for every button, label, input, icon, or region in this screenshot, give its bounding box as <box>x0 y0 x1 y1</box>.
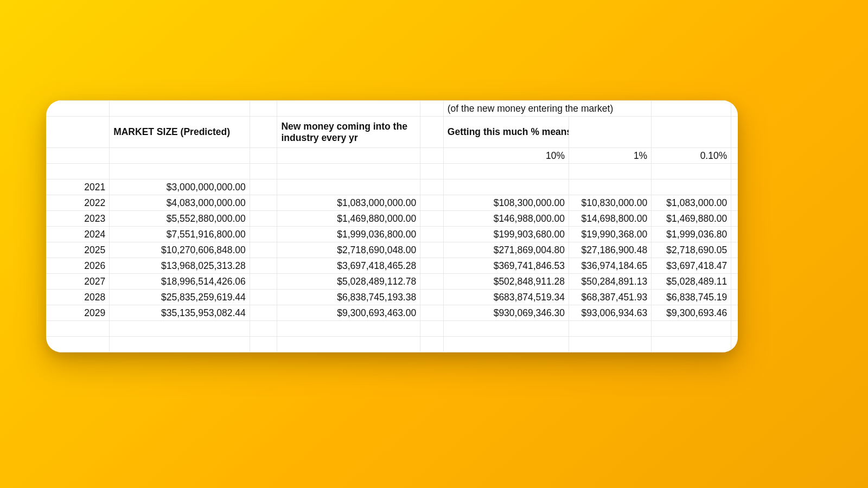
cell[interactable] <box>110 101 250 117</box>
cell[interactable] <box>277 101 420 117</box>
cell[interactable] <box>420 274 444 290</box>
cell[interactable] <box>731 242 738 258</box>
cell[interactable] <box>250 117 277 148</box>
cell-market-size[interactable]: $7,551,916,800.00 <box>110 227 250 242</box>
cell[interactable] <box>46 117 110 148</box>
header-pct-1[interactable]: 1% <box>569 148 652 164</box>
cell[interactable] <box>420 321 444 337</box>
cell-market-size[interactable]: $13,968,025,313.28 <box>110 258 250 274</box>
cell-year[interactable]: 2024 <box>46 227 110 242</box>
cell[interactable] <box>420 101 444 117</box>
cell-pct1[interactable]: $50,284,891.13 <box>569 274 652 290</box>
cell[interactable] <box>731 227 738 242</box>
cell-pct10[interactable]: $502,848,911.28 <box>443 274 569 290</box>
cell-pct10[interactable]: $146,988,000.00 <box>443 211 569 227</box>
cell-year[interactable]: 2021 <box>46 179 110 195</box>
cell-pct10[interactable] <box>443 179 569 195</box>
cell[interactable] <box>420 179 444 195</box>
cell[interactable] <box>250 305 277 321</box>
cell-market-size[interactable]: $5,552,880,000.00 <box>110 211 250 227</box>
cell[interactable] <box>420 242 444 258</box>
cell[interactable] <box>277 148 420 164</box>
cell[interactable] <box>250 179 277 195</box>
cell-pct1[interactable]: $36,974,184.65 <box>569 258 652 274</box>
cell-pct10[interactable]: $930,069,346.30 <box>443 305 569 321</box>
cell[interactable] <box>731 117 738 148</box>
cell[interactable] <box>652 164 731 179</box>
cell[interactable] <box>731 211 738 227</box>
cell[interactable] <box>731 164 738 179</box>
cell-market-size[interactable]: $18,996,514,426.06 <box>110 274 250 290</box>
cell[interactable] <box>277 164 420 179</box>
cell-new-money[interactable]: $6,838,745,193.38 <box>277 290 420 305</box>
cell[interactable] <box>731 179 738 195</box>
header-market-size[interactable]: MARKET SIZE (Predicted) <box>110 117 250 148</box>
cell[interactable] <box>250 211 277 227</box>
cell-market-size[interactable]: $4,083,000,000.00 <box>110 195 250 211</box>
cell-new-money[interactable]: $1,999,036,800.00 <box>277 227 420 242</box>
cell[interactable] <box>250 101 277 117</box>
cell-pct1[interactable] <box>569 179 652 195</box>
cell[interactable] <box>250 290 277 305</box>
header-pct-10[interactable]: 10% <box>443 148 569 164</box>
cell-pct01[interactable]: $3,697,418.47 <box>652 258 731 274</box>
cell-new-money[interactable]: $1,469,880,000.00 <box>277 211 420 227</box>
cell[interactable] <box>250 148 277 164</box>
cell-pct10[interactable]: $369,741,846.53 <box>443 258 569 274</box>
cell-pct10[interactable]: $108,300,000.00 <box>443 195 569 211</box>
cell[interactable] <box>46 164 110 179</box>
header-percent-label[interactable]: Getting this much % means: <box>443 117 569 148</box>
cell-pct01[interactable]: $2,718,690.05 <box>652 242 731 258</box>
cell-year[interactable]: 2026 <box>46 258 110 274</box>
cell-new-money[interactable]: $1,083,000,000.00 <box>277 195 420 211</box>
cell[interactable] <box>250 227 277 242</box>
cell[interactable] <box>110 321 250 337</box>
cell[interactable] <box>731 290 738 305</box>
cell[interactable] <box>46 148 110 164</box>
cell[interactable] <box>110 164 250 179</box>
cell-year[interactable]: 2028 <box>46 290 110 305</box>
cell-market-size[interactable]: $35,135,953,082.44 <box>110 305 250 321</box>
cell-pct1[interactable]: $93,006,934.63 <box>569 305 652 321</box>
cell[interactable] <box>420 211 444 227</box>
cell[interactable] <box>250 258 277 274</box>
cell[interactable] <box>250 321 277 337</box>
cell-pct01[interactable]: $1,083,000.00 <box>652 195 731 211</box>
cell-new-money[interactable]: $3,697,418,465.28 <box>277 258 420 274</box>
header-pct-01[interactable]: 0.10% <box>652 148 731 164</box>
cell[interactable] <box>110 337 250 352</box>
cell[interactable] <box>250 195 277 211</box>
cell[interactable] <box>569 164 652 179</box>
cell-market-size[interactable]: $25,835,259,619.44 <box>110 290 250 305</box>
cell[interactable] <box>420 227 444 242</box>
cell-year[interactable]: 2022 <box>46 195 110 211</box>
cell[interactable] <box>277 321 420 337</box>
cell[interactable] <box>731 274 738 290</box>
cell-pct01[interactable]: $6,838,745.19 <box>652 290 731 305</box>
header-new-money[interactable]: New money coming into the industry every… <box>277 117 420 148</box>
cell-year[interactable]: 2027 <box>46 274 110 290</box>
cell[interactable] <box>420 305 444 321</box>
cell-market-size[interactable]: $3,000,000,000.00 <box>110 179 250 195</box>
cell-pct1[interactable]: $19,990,368.00 <box>569 227 652 242</box>
cell[interactable] <box>652 101 731 117</box>
cell-year[interactable]: 2025 <box>46 242 110 258</box>
cell[interactable] <box>420 117 444 148</box>
cell-new-money[interactable] <box>277 179 420 195</box>
cell-pct01[interactable]: $1,469,880.00 <box>652 211 731 227</box>
cell[interactable] <box>731 321 738 337</box>
cell-new-money[interactable]: $5,028,489,112.78 <box>277 274 420 290</box>
cell[interactable] <box>443 337 569 352</box>
cell[interactable] <box>110 148 250 164</box>
cell[interactable] <box>420 195 444 211</box>
cell[interactable] <box>420 148 444 164</box>
header-note[interactable]: (of the new money entering the market) <box>443 101 651 117</box>
cell[interactable] <box>652 321 731 337</box>
cell-pct01[interactable]: $5,028,489.11 <box>652 274 731 290</box>
cell[interactable] <box>731 337 738 352</box>
cell[interactable] <box>443 321 569 337</box>
cell[interactable] <box>250 274 277 290</box>
cell-year[interactable]: 2023 <box>46 211 110 227</box>
cell[interactable] <box>250 164 277 179</box>
cell-pct10[interactable]: $199,903,680.00 <box>443 227 569 242</box>
